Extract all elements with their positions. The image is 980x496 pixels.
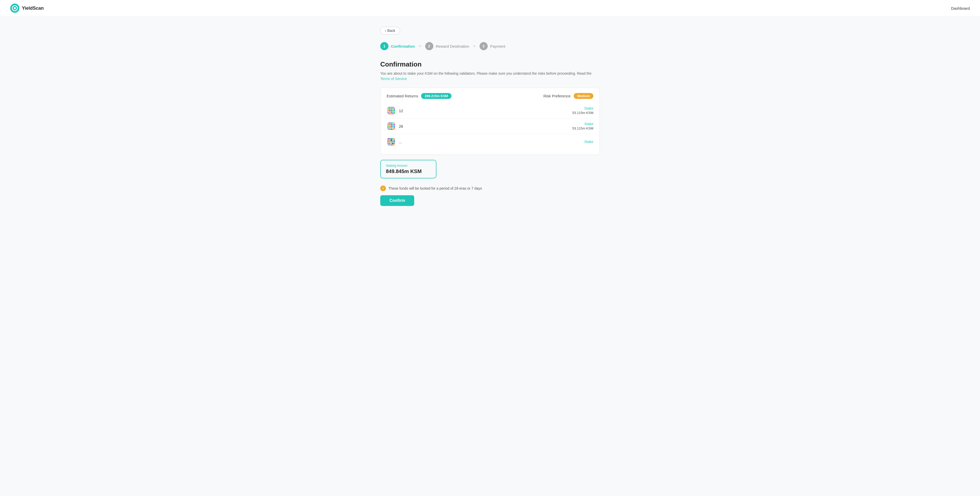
stepper-chevron-2: >	[473, 44, 475, 48]
back-button-label: Back	[387, 29, 395, 33]
risk-preference-label: Risk Preference	[543, 94, 571, 98]
svg-point-2	[14, 7, 16, 9]
validator-2-avatar	[387, 122, 396, 131]
terms-of-service-link[interactable]: Terms of Service	[380, 77, 407, 81]
confirm-button[interactable]: Confirm	[380, 195, 414, 206]
step-2-label: Reward Destination	[436, 44, 469, 48]
warning-row: ! These funds will be locked for a perio…	[380, 185, 600, 191]
main-content: ‹ Back 1 Confirmation > 2 Reward Destina…	[375, 17, 605, 226]
warning-icon: !	[380, 185, 386, 191]
validator-1-avatar	[387, 106, 396, 115]
staking-amount-value: 849.845m KSM	[386, 168, 431, 174]
step-3-label: Payment	[490, 44, 505, 48]
stepper: 1 Confirmation > 2 Reward Destination > …	[380, 42, 600, 50]
staking-amount-label: Staking Amount	[386, 164, 431, 168]
step-3: 3 Payment	[479, 42, 505, 50]
estimated-returns-section: Estimated Returns 288.215m KSM	[387, 93, 452, 99]
validator-1-stake-amount: 53.115m KSM	[573, 111, 593, 115]
validator-3-avatar	[387, 137, 396, 146]
validator-2-right: Stake 53.115m KSM	[573, 122, 593, 130]
header: YieldScan Dashboard	[0, 0, 980, 17]
validator-2-name: 26	[399, 124, 403, 128]
dashboard-link[interactable]: Dashboard	[951, 6, 970, 10]
validator-3-name: ...	[399, 139, 402, 144]
logo-area: YieldScan	[10, 3, 44, 13]
validators-card: Estimated Returns 288.215m KSM Risk Pref…	[380, 88, 600, 155]
estimated-returns-badge: 288.215m KSM	[421, 93, 452, 99]
validator-1-left: 12	[387, 106, 403, 115]
logo-text: YieldScan	[22, 6, 44, 11]
estimated-returns-label: Estimated Returns	[387, 94, 418, 98]
validator-2-stake-amount: 53.115m KSM	[573, 127, 593, 130]
step-1-circle: 1	[380, 42, 388, 50]
validator-2-stake-link[interactable]: Stake	[573, 122, 593, 126]
validator-1-stake-link[interactable]: Stake	[573, 106, 593, 110]
validator-1-name: 12	[399, 109, 403, 113]
validator-list: 12 Stake 53.115m KSM	[387, 103, 593, 149]
step-2-circle: 2	[425, 42, 433, 50]
card-header: Estimated Returns 288.215m KSM Risk Pref…	[387, 93, 593, 99]
validator-3-stake-link[interactable]: Stake	[584, 139, 593, 144]
step-1: 1 Confirmation	[380, 42, 415, 50]
page-description: You are about to stake your KSM on the f…	[380, 71, 600, 82]
back-chevron-icon: ‹	[385, 29, 387, 33]
staking-amount-box: Staking Amount 849.845m KSM	[380, 160, 436, 178]
risk-preference-section: Risk Preference Medium	[543, 93, 593, 99]
step-2: 2 Reward Destination	[425, 42, 469, 50]
validator-3-right: Stake	[584, 139, 593, 144]
risk-preference-badge: Medium	[574, 93, 593, 99]
table-row: 26 Stake 53.115m KSM	[387, 119, 593, 134]
back-button[interactable]: ‹ Back	[380, 27, 400, 35]
stepper-chevron-1: >	[419, 44, 421, 48]
validator-1-right: Stake 53.115m KSM	[573, 106, 593, 115]
table-row: 12 Stake 53.115m KSM	[387, 103, 593, 119]
validator-3-left: ...	[387, 137, 402, 146]
warning-text: These funds will be locked for a period …	[388, 186, 482, 190]
step-1-label: Confirmation	[391, 44, 415, 48]
step-3-circle: 3	[479, 42, 488, 50]
validator-2-left: 26	[387, 122, 403, 131]
table-row: ... Stake	[387, 134, 593, 149]
yieldscan-logo-icon	[10, 3, 19, 13]
page-title: Confirmation	[380, 60, 600, 68]
